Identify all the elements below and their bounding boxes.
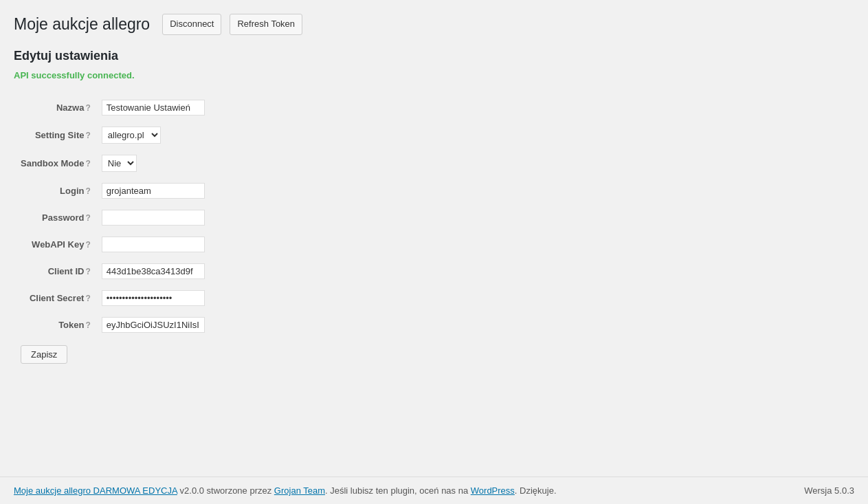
- settings-form: Nazwa ?Setting Site ?allegro.plallegro.c…: [14, 94, 854, 364]
- input-password[interactable]: [102, 210, 205, 226]
- input-cell-client_secret: [95, 285, 212, 311]
- footer-link-wordpress[interactable]: WordPress: [471, 485, 515, 496]
- label-token: Token ?: [14, 311, 95, 338]
- input-client_secret[interactable]: [102, 290, 205, 306]
- footer-text1: v2.0.0 stworzone przez: [177, 485, 274, 496]
- label-text-password: Password: [42, 212, 84, 223]
- form-row-password: Password ?: [14, 204, 212, 231]
- help-icon-token[interactable]: ?: [85, 320, 90, 330]
- page-title: Moje aukcje allegro: [14, 15, 150, 34]
- form-row-client_id: Client ID ?: [14, 258, 212, 285]
- select-sandbox_mode[interactable]: NieTak: [102, 155, 137, 172]
- input-cell-client_id: [95, 258, 212, 285]
- label-nazwa: Nazwa ?: [14, 94, 95, 121]
- help-icon-client_id[interactable]: ?: [85, 267, 90, 276]
- label-text-nazwa: Nazwa: [56, 102, 84, 113]
- form-row-nazwa: Nazwa ?: [14, 94, 212, 121]
- input-nazwa[interactable]: [102, 100, 205, 116]
- version-text: Wersja 5.0.3: [804, 485, 854, 496]
- form-row-webapi_key: WebAPI Key ?: [14, 231, 212, 258]
- input-cell-setting_site: allegro.plallegro.czallegro.sk: [95, 121, 212, 149]
- footer-text: Moje aukcje allegro DARMOWA EDYCJA v2.0.…: [14, 485, 557, 496]
- label-text-client_id: Client ID: [48, 266, 85, 276]
- label-login: Login ?: [14, 177, 95, 204]
- label-setting_site: Setting Site ?: [14, 121, 95, 149]
- label-text-token: Token: [58, 320, 84, 330]
- input-token[interactable]: [102, 317, 205, 333]
- help-icon-client_secret[interactable]: ?: [85, 294, 90, 303]
- section-title: Edytuj ustawienia: [14, 49, 854, 63]
- label-webapi_key: WebAPI Key ?: [14, 231, 95, 258]
- input-cell-nazwa: [95, 94, 212, 121]
- label-text-setting_site: Setting Site: [35, 130, 85, 140]
- label-text-login: Login: [60, 186, 84, 196]
- form-row-setting_site: Setting Site ?allegro.plallegro.czallegr…: [14, 121, 212, 149]
- footer-text3: . Dziękuje.: [515, 485, 557, 496]
- footer: Moje aukcje allegro DARMOWA EDYCJA v2.0.…: [0, 476, 868, 504]
- help-icon-setting_site[interactable]: ?: [85, 131, 90, 140]
- label-client_secret: Client Secret ?: [14, 285, 95, 311]
- help-icon-login[interactable]: ?: [85, 186, 90, 196]
- form-row-sandbox_mode: Sandbox Mode ?NieTak: [14, 149, 212, 177]
- input-client_id[interactable]: [102, 263, 205, 279]
- help-icon-nazwa[interactable]: ?: [85, 103, 90, 113]
- footer-text2: . Jeśli lubisz ten plugin, oceń nas na: [325, 485, 471, 496]
- form-table: Nazwa ?Setting Site ?allegro.plallegro.c…: [14, 94, 212, 338]
- input-cell-login: [95, 177, 212, 204]
- footer-link-team[interactable]: Grojan Team: [274, 485, 325, 496]
- label-client_id: Client ID ?: [14, 258, 95, 285]
- api-status: API successfully connected.: [14, 70, 854, 80]
- submit-button[interactable]: Zapisz: [21, 345, 67, 364]
- form-row-login: Login ?: [14, 177, 212, 204]
- form-row-client_secret: Client Secret ?: [14, 285, 212, 311]
- help-icon-sandbox_mode[interactable]: ?: [85, 159, 90, 168]
- label-password: Password ?: [14, 204, 95, 231]
- input-cell-password: [95, 204, 212, 231]
- label-text-sandbox_mode: Sandbox Mode: [21, 158, 84, 168]
- input-cell-sandbox_mode: NieTak: [95, 149, 212, 177]
- form-row-token: Token ?: [14, 311, 212, 338]
- label-sandbox_mode: Sandbox Mode ?: [14, 149, 95, 177]
- select-setting_site[interactable]: allegro.plallegro.czallegro.sk: [102, 127, 161, 144]
- help-icon-password[interactable]: ?: [85, 213, 90, 223]
- page-header: Moje aukcje allegro Disconnect Refresh T…: [14, 14, 854, 35]
- input-login[interactable]: [102, 183, 205, 199]
- input-webapi_key[interactable]: [102, 237, 205, 252]
- input-cell-webapi_key: [95, 231, 212, 258]
- help-icon-webapi_key[interactable]: ?: [85, 240, 90, 250]
- input-cell-token: [95, 311, 212, 338]
- disconnect-button[interactable]: Disconnect: [162, 14, 221, 35]
- footer-link-plugin[interactable]: Moje aukcje allegro DARMOWA EDYCJA: [14, 485, 177, 496]
- label-text-client_secret: Client Secret: [30, 293, 84, 303]
- refresh-token-button[interactable]: Refresh Token: [230, 14, 302, 35]
- label-text-webapi_key: WebAPI Key: [32, 239, 84, 250]
